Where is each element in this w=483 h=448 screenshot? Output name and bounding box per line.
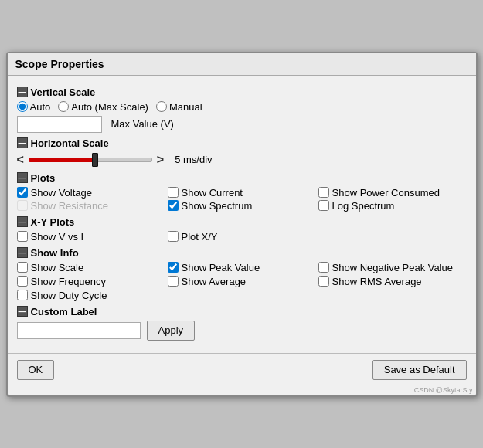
- check-show-neg-peak-label: Show Negative Peak Value: [332, 262, 454, 273]
- check-show-peak-label: Show Peak Value: [182, 262, 260, 273]
- radio-auto-max[interactable]: Auto (Max Scale): [58, 101, 148, 113]
- check-show-v-vs-i-input[interactable]: [17, 231, 28, 242]
- custom-label-header: — Custom Label: [17, 306, 467, 317]
- check-show-current-input[interactable]: [168, 187, 179, 198]
- check-show-neg-peak-input[interactable]: [318, 262, 329, 273]
- vertical-scale-radio-group: Auto Auto (Max Scale) Manual: [17, 101, 467, 113]
- check-show-power-label: Show Power Consumed: [332, 187, 440, 199]
- plots-header: — Plots: [17, 172, 467, 184]
- radio-auto-max-label: Auto (Max Scale): [71, 101, 148, 113]
- radio-manual-input[interactable]: [156, 101, 167, 112]
- custom-label-input[interactable]: [17, 322, 141, 339]
- scope-properties-dialog: Scope Properties — Vertical Scale Auto A…: [6, 52, 478, 397]
- check-plot-xy-label: Plot X/Y: [182, 231, 218, 243]
- radio-auto-input[interactable]: [17, 101, 28, 112]
- vertical-scale-header: — Vertical Scale: [17, 87, 467, 98]
- check-show-rms-input[interactable]: [318, 276, 329, 287]
- check-show-average-input[interactable]: [168, 276, 179, 287]
- radio-manual[interactable]: Manual: [156, 101, 202, 113]
- plots-grid: Show Voltage Show Current Show Power Con…: [17, 187, 467, 212]
- check-show-power[interactable]: Show Power Consumed: [318, 187, 469, 199]
- check-log-spectrum-input[interactable]: [318, 200, 329, 211]
- radio-auto[interactable]: Auto: [17, 101, 51, 113]
- check-show-v-vs-i-label: Show V vs I: [31, 231, 84, 243]
- check-show-average[interactable]: Show Average: [168, 276, 318, 287]
- show-info-grid: Show Scale Show Peak Value Show Negative…: [17, 262, 467, 301]
- greater-than-label: >: [157, 153, 164, 167]
- slider-thumb[interactable]: [92, 153, 98, 167]
- horizontal-scale-slider[interactable]: [29, 152, 152, 168]
- check-show-average-label: Show Average: [182, 276, 247, 287]
- check-show-scale-input[interactable]: [17, 262, 28, 273]
- check-show-neg-peak[interactable]: Show Negative Peak Value: [318, 262, 469, 273]
- check-show-rms-label: Show RMS Average: [332, 276, 422, 287]
- check-show-duty-cycle[interactable]: Show Duty Cycle: [17, 290, 168, 301]
- horizontal-scale-collapse-icon[interactable]: —: [17, 137, 28, 148]
- check-show-peak-input[interactable]: [168, 262, 179, 273]
- apply-button[interactable]: Apply: [147, 321, 196, 341]
- check-show-power-input[interactable]: [318, 187, 329, 198]
- check-show-spectrum-input[interactable]: [168, 200, 179, 211]
- vertical-scale-collapse-icon[interactable]: —: [17, 87, 28, 97]
- plots-collapse-icon[interactable]: —: [17, 172, 28, 183]
- horizontal-scale-slider-row: < > 5 ms/div: [17, 152, 467, 168]
- check-plot-xy-input[interactable]: [168, 231, 179, 242]
- xy-plots-header: — X-Y Plots: [17, 216, 467, 228]
- check-show-duty-cycle-input[interactable]: [17, 290, 28, 300]
- xy-plots-grid: Show V vs I Plot X/Y: [17, 231, 467, 243]
- dialog-title: Scope Properties: [8, 53, 476, 76]
- radio-auto-label: Auto: [30, 101, 51, 113]
- bottom-bar: OK Save as Default: [8, 353, 476, 385]
- check-plot-xy[interactable]: Plot X/Y: [168, 231, 318, 243]
- check-log-spectrum[interactable]: Log Spectrum: [318, 200, 469, 212]
- show-info-collapse-icon[interactable]: —: [17, 247, 28, 258]
- slider-value-label: 5 ms/div: [175, 154, 212, 165]
- check-show-frequency-input[interactable]: [17, 276, 28, 287]
- save-default-button[interactable]: Save as Default: [372, 360, 467, 380]
- check-show-voltage-label: Show Voltage: [31, 187, 93, 199]
- check-show-resistance-label: Show Resistance: [31, 200, 108, 212]
- check-show-voltage[interactable]: Show Voltage: [17, 187, 168, 199]
- check-log-spectrum-label: Log Spectrum: [332, 200, 395, 212]
- slider-track-red: [29, 158, 94, 162]
- check-show-resistance-input: [17, 200, 28, 211]
- check-show-current-label: Show Current: [182, 187, 243, 199]
- check-show-scale-label: Show Scale: [31, 262, 84, 273]
- max-value-label: Max Value (V): [111, 118, 174, 130]
- max-value-row: 5 Max Value (V): [17, 116, 467, 133]
- check-show-resistance: Show Resistance: [17, 200, 168, 212]
- watermark: CSDN @SkytarSty: [8, 385, 476, 395]
- check-show-voltage-input[interactable]: [17, 187, 28, 198]
- check-show-v-vs-i[interactable]: Show V vs I: [17, 231, 168, 243]
- show-info-header: — Show Info: [17, 247, 467, 259]
- check-show-current[interactable]: Show Current: [168, 187, 318, 199]
- ok-button[interactable]: OK: [17, 360, 55, 380]
- check-show-spectrum-label: Show Spectrum: [182, 200, 253, 212]
- horizontal-scale-header: — Horizontal Scale: [17, 137, 467, 149]
- radio-auto-max-input[interactable]: [58, 101, 69, 112]
- check-show-scale[interactable]: Show Scale: [17, 262, 168, 273]
- check-show-duty-cycle-label: Show Duty Cycle: [31, 290, 107, 301]
- max-value-input[interactable]: 5: [17, 116, 102, 133]
- custom-label-collapse-icon[interactable]: —: [17, 306, 28, 317]
- check-show-spectrum[interactable]: Show Spectrum: [168, 200, 318, 212]
- check-show-rms[interactable]: Show RMS Average: [318, 276, 469, 287]
- custom-label-row: Apply: [17, 321, 467, 341]
- xy-plots-collapse-icon[interactable]: —: [17, 216, 28, 227]
- check-show-peak[interactable]: Show Peak Value: [168, 262, 318, 273]
- less-than-label: <: [17, 153, 24, 167]
- check-show-frequency-label: Show Frequency: [31, 276, 107, 287]
- check-show-frequency[interactable]: Show Frequency: [17, 276, 168, 287]
- radio-manual-label: Manual: [169, 101, 202, 113]
